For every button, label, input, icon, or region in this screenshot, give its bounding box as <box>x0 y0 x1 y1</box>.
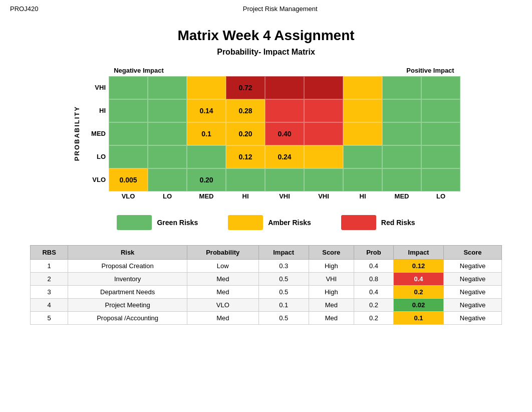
matrix-cell <box>109 76 148 99</box>
table-row: 3 Department Needs Med 0.5 High 0.4 0.2 … <box>31 285 502 298</box>
matrix-cell <box>148 122 187 145</box>
matrix-cell <box>343 99 382 122</box>
cell-prob: 0.2 <box>354 311 393 324</box>
cell-probability: Med <box>187 272 258 285</box>
matrix-cell <box>187 145 226 168</box>
matrix-cell <box>304 168 343 191</box>
th-risk: Risk <box>68 245 187 259</box>
cell-rbs: 2 <box>31 272 68 285</box>
matrix-cell <box>304 145 343 168</box>
risk-table-wrapper: RBS Risk Probability Impact Score Prob I… <box>30 245 502 325</box>
matrix-cell <box>421 122 460 145</box>
row-label: VHI <box>84 84 109 91</box>
matrix-cell <box>109 99 148 122</box>
matrix-cell: 0.1 <box>187 122 226 145</box>
cell-impact2: 0.2 <box>394 285 444 298</box>
col-label: HI <box>343 192 382 200</box>
matrix-cell <box>265 99 304 122</box>
matrix-grid: VHI0.72HI0.140.28MED0.10.200.40LO0.120.2… <box>84 76 460 191</box>
cell-probability: VLO <box>187 298 258 311</box>
row-label: MED <box>84 130 109 137</box>
cell-impact2: 0.12 <box>394 259 444 272</box>
cell-probability: Low <box>187 259 258 272</box>
matrix-cell <box>109 145 148 168</box>
matrix-cell <box>148 145 187 168</box>
negative-impact-header: Negative Impact <box>109 67 169 75</box>
matrix-row: LO0.120.24 <box>84 145 460 168</box>
matrix-cell: 0.14 <box>187 99 226 122</box>
cell-score: Med <box>309 298 354 311</box>
th-probability: Probability <box>187 245 258 259</box>
cell-prob: 0.2 <box>354 298 393 311</box>
matrix-cell <box>421 76 460 99</box>
matrix-cell: 0.28 <box>226 99 265 122</box>
cell-impact: 0.3 <box>258 259 309 272</box>
legend-color-box <box>341 215 376 230</box>
matrix-cell <box>265 168 304 191</box>
col-labels-row: VLOLOMEDHIVHIVHIHIMEDLO <box>84 192 460 200</box>
cell-impact2: 0.02 <box>394 298 444 311</box>
legend-label: Red Risks <box>381 219 415 227</box>
row-label: VLO <box>84 176 109 183</box>
matrix-cell: 0.40 <box>265 122 304 145</box>
header-bar: PROJ420 Project Risk Management <box>0 0 532 18</box>
table-row: 5 Proposal /Accounting Med 0.5 Med 0.2 0… <box>31 311 502 324</box>
cell-score: High <box>309 285 354 298</box>
matrix-cell <box>421 145 460 168</box>
th-score2: Score <box>444 245 502 259</box>
cell-probability: Med <box>187 285 258 298</box>
col-label: HI <box>226 192 265 200</box>
th-score: Score <box>309 245 354 259</box>
matrix-cell: 0.24 <box>265 145 304 168</box>
matrix-cell <box>382 145 421 168</box>
cell-impact3: Negative <box>444 272 502 285</box>
page-title: Matrix Week 4 Assignment <box>0 28 532 44</box>
matrix-cell <box>421 99 460 122</box>
legend-color-box <box>228 215 263 230</box>
cell-rbs: 1 <box>31 259 68 272</box>
cell-rbs: 3 <box>31 285 68 298</box>
matrix-cell <box>382 168 421 191</box>
probability-label-col: PROBABILITY <box>72 67 82 200</box>
matrix-cell <box>343 76 382 99</box>
table-header-row: RBS Risk Probability Impact Score Prob I… <box>31 245 502 259</box>
table-row: 2 Inventory Med 0.5 VHI 0.8 0.4 Negative <box>31 272 502 285</box>
cell-risk: Project Meeting <box>68 298 187 311</box>
cell-prob: 0.4 <box>354 259 393 272</box>
cell-score: VHI <box>309 272 354 285</box>
course-code: PROJ420 <box>10 5 38 13</box>
matrix-cell <box>265 76 304 99</box>
col-label: LO <box>148 192 187 200</box>
matrix-cell <box>343 122 382 145</box>
matrix-cell: 0.72 <box>226 76 265 99</box>
cell-rbs: 4 <box>31 298 68 311</box>
matrix-cell: 0.20 <box>226 122 265 145</box>
cell-risk: Proposal /Accounting <box>68 311 187 324</box>
positive-impact-header: Positive Impact <box>400 67 460 75</box>
cell-risk: Proposal Creation <box>68 259 187 272</box>
matrix-cell <box>421 168 460 191</box>
matrix-cell <box>382 99 421 122</box>
matrix-cell: 0.12 <box>226 145 265 168</box>
matrix-cell: 0.005 <box>109 168 148 191</box>
col-label: VHI <box>304 192 343 200</box>
row-label: HI <box>84 107 109 114</box>
matrix-row: VHI0.72 <box>84 76 460 99</box>
legend-row: Green RisksAmber RisksRed Risks <box>0 215 532 230</box>
matrix-cell <box>226 168 265 191</box>
matrix-cell <box>304 76 343 99</box>
matrix-row: MED0.10.200.40 <box>84 122 460 145</box>
matrix-section: PROBABILITY Negative Impact Positive Imp… <box>0 67 532 200</box>
col-label: MED <box>382 192 421 200</box>
cell-impact: 0.5 <box>258 311 309 324</box>
cell-probability: Med <box>187 311 258 324</box>
legend-item: Red Risks <box>341 215 415 230</box>
th-rbs: RBS <box>31 245 68 259</box>
matrix-cell <box>304 99 343 122</box>
cell-score: Med <box>309 311 354 324</box>
cell-risk: Inventory <box>68 272 187 285</box>
matrix-cell <box>109 122 148 145</box>
cell-impact: 0.5 <box>258 285 309 298</box>
matrix-wrapper: PROBABILITY Negative Impact Positive Imp… <box>72 67 460 200</box>
col-label: VHI <box>265 192 304 200</box>
